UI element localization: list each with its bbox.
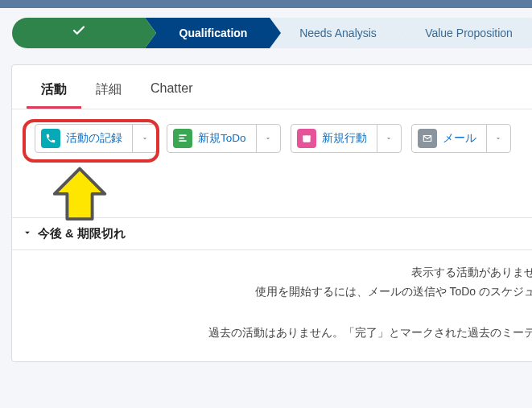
task-icon: [173, 129, 192, 148]
chevron-down-icon: [385, 131, 393, 146]
past-state: 過去の活動はありません。「完了」とマークされた過去のミーティン: [12, 302, 532, 340]
panel-tabs: 活動 詳細 Chatter: [12, 72, 532, 109]
chevron-down-icon: [141, 131, 149, 146]
empty-line-1: 表示する活動がありません。: [12, 263, 532, 282]
path-stage-complete[interactable]: [12, 18, 145, 48]
email-dropdown[interactable]: [486, 125, 510, 152]
phone-icon: [41, 129, 60, 148]
svg-rect-6: [303, 136, 310, 138]
chevron-down-icon: [494, 131, 502, 146]
path-stage-label: Value Proposition: [425, 27, 513, 39]
empty-state: 表示する活動がありません。 使用を開始するには、メールの送信や ToDo のスケ…: [12, 250, 532, 302]
new-event-button[interactable]: 新規行動: [291, 125, 377, 152]
actions-row: 活動の記録 新規ToDo: [12, 109, 532, 153]
action-new-task: 新規ToDo: [167, 124, 281, 153]
tab-activity[interactable]: 活動: [27, 72, 81, 109]
email-button[interactable]: メール: [412, 125, 486, 152]
calendar-icon: [297, 129, 316, 148]
svg-rect-2: [179, 140, 186, 142]
check-icon: [72, 19, 86, 49]
empty-line-2: 使用を開始するには、メールの送信や ToDo のスケジュール: [12, 282, 532, 302]
action-label: メール: [443, 131, 476, 146]
section-title: 今後 & 期限切れ: [38, 226, 126, 241]
tab-detail[interactable]: 詳細: [81, 72, 136, 109]
top-decorative-bar: [0, 0, 532, 8]
new-task-dropdown[interactable]: [256, 125, 280, 152]
past-line: 過去の活動はありません。「完了」とマークされた過去のミーティン: [12, 326, 532, 340]
new-task-button[interactable]: 新規ToDo: [167, 125, 256, 152]
log-call-button[interactable]: 活動の記録: [35, 125, 132, 152]
action-label: 新規行動: [322, 131, 367, 146]
action-log-call: 活動の記録: [35, 124, 157, 153]
svg-rect-1: [179, 138, 184, 139]
action-label: 活動の記録: [66, 131, 122, 146]
section-upcoming-header[interactable]: 今後 & 期限切れ: [12, 217, 532, 250]
svg-rect-0: [179, 134, 186, 136]
chevron-down-icon: [22, 227, 33, 241]
mail-icon: [418, 129, 437, 148]
path-stage-next[interactable]: Needs Analysis: [270, 18, 394, 48]
path-stage-current[interactable]: Qualification: [145, 18, 270, 48]
tab-chatter[interactable]: Chatter: [136, 72, 207, 109]
action-new-event: 新規行動: [291, 124, 402, 153]
log-call-dropdown[interactable]: [132, 125, 156, 152]
tab-label: 詳細: [96, 82, 122, 96]
new-event-dropdown[interactable]: [377, 125, 401, 152]
tab-label: Chatter: [151, 81, 192, 95]
path-stage-label: Qualification: [179, 27, 248, 39]
path-stage-next-2[interactable]: Value Proposition: [394, 18, 531, 48]
path-stage-label: Needs Analysis: [299, 27, 377, 39]
action-email: メール: [411, 124, 511, 153]
path-stages: Qualification Needs Analysis Value Propo…: [12, 18, 532, 48]
activity-panel: 活動 詳細 Chatter 活動の記録: [11, 64, 532, 362]
action-label: 新規ToDo: [198, 131, 246, 146]
tab-label: 活動: [41, 82, 67, 96]
chevron-down-icon: [264, 131, 272, 146]
